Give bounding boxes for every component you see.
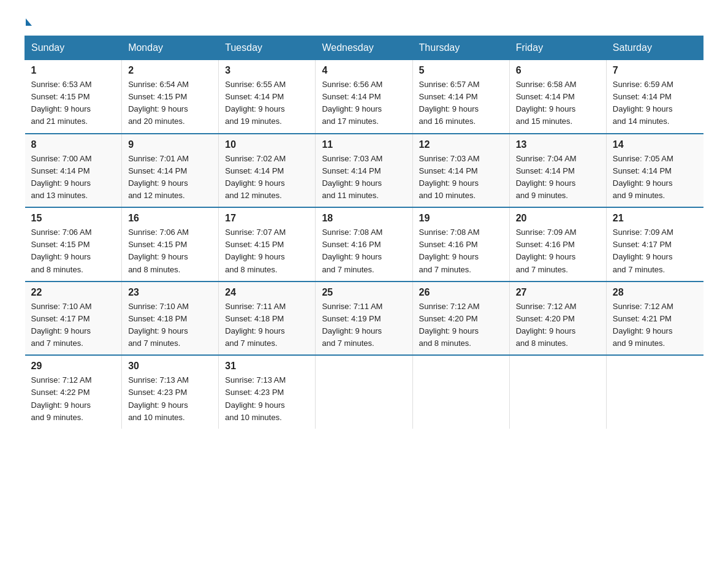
day-info: Sunrise: 7:09 AMSunset: 4:16 PMDaylight:…: [516, 228, 577, 274]
day-number: 1: [31, 65, 116, 76]
calendar-cell: 10 Sunrise: 7:02 AMSunset: 4:14 PMDaylig…: [219, 134, 316, 208]
day-number: 10: [225, 139, 309, 150]
day-number: 25: [322, 287, 406, 298]
day-number: 20: [516, 213, 600, 224]
calendar-table: SundayMondayTuesdayWednesdayThursdayFrid…: [25, 36, 703, 429]
day-number: 28: [613, 287, 697, 298]
calendar-cell: 13 Sunrise: 7:04 AMSunset: 4:14 PMDaylig…: [509, 134, 606, 208]
calendar-cell: 16 Sunrise: 7:06 AMSunset: 4:15 PMDaylig…: [122, 207, 219, 282]
day-info: Sunrise: 6:55 AMSunset: 4:14 PMDaylight:…: [225, 80, 286, 126]
calendar-cell: 6 Sunrise: 6:58 AMSunset: 4:14 PMDayligh…: [509, 60, 606, 134]
day-info: Sunrise: 6:54 AMSunset: 4:15 PMDaylight:…: [128, 80, 189, 126]
day-info: Sunrise: 7:06 AMSunset: 4:15 PMDaylight:…: [31, 228, 92, 274]
week-row-4: 22 Sunrise: 7:10 AMSunset: 4:17 PMDaylig…: [25, 282, 703, 356]
day-info: Sunrise: 7:10 AMSunset: 4:18 PMDaylight:…: [128, 302, 189, 348]
calendar-cell: 28 Sunrise: 7:12 AMSunset: 4:21 PMDaylig…: [606, 282, 703, 356]
day-info: Sunrise: 7:13 AMSunset: 4:23 PMDaylight:…: [128, 375, 189, 421]
day-number: 4: [322, 65, 406, 76]
day-info: Sunrise: 7:12 AMSunset: 4:20 PMDaylight:…: [419, 302, 480, 348]
day-number: 21: [613, 213, 697, 224]
calendar-cell: 20 Sunrise: 7:09 AMSunset: 4:16 PMDaylig…: [509, 207, 606, 282]
calendar-cell: 30 Sunrise: 7:13 AMSunset: 4:23 PMDaylig…: [122, 355, 219, 429]
header-wednesday: Wednesday: [316, 36, 412, 60]
logo-arrow-icon: [26, 18, 32, 26]
week-row-5: 29 Sunrise: 7:12 AMSunset: 4:22 PMDaylig…: [25, 355, 703, 429]
day-info: Sunrise: 7:02 AMSunset: 4:14 PMDaylight:…: [225, 154, 286, 200]
calendar-cell: [606, 355, 703, 429]
day-number: 27: [516, 287, 600, 298]
day-info: Sunrise: 6:56 AMSunset: 4:14 PMDaylight:…: [322, 80, 382, 126]
day-info: Sunrise: 7:10 AMSunset: 4:17 PMDaylight:…: [31, 302, 92, 348]
day-number: 22: [31, 287, 116, 298]
week-row-1: 1 Sunrise: 6:53 AMSunset: 4:15 PMDayligh…: [25, 60, 703, 134]
calendar-cell: 14 Sunrise: 7:05 AMSunset: 4:14 PMDaylig…: [606, 134, 703, 208]
day-number: 24: [225, 287, 309, 298]
day-info: Sunrise: 7:12 AMSunset: 4:21 PMDaylight:…: [613, 302, 673, 348]
day-info: Sunrise: 7:12 AMSunset: 4:20 PMDaylight:…: [516, 302, 577, 348]
calendar-cell: 11 Sunrise: 7:03 AMSunset: 4:14 PMDaylig…: [316, 134, 412, 208]
day-info: Sunrise: 7:03 AMSunset: 4:14 PMDaylight:…: [322, 154, 382, 200]
day-info: Sunrise: 7:08 AMSunset: 4:16 PMDaylight:…: [322, 228, 382, 274]
calendar-cell: 27 Sunrise: 7:12 AMSunset: 4:20 PMDaylig…: [509, 282, 606, 356]
calendar-cell: 18 Sunrise: 7:08 AMSunset: 4:16 PMDaylig…: [316, 207, 412, 282]
day-number: 5: [419, 65, 503, 76]
day-number: 3: [225, 65, 309, 76]
calendar-cell: 21 Sunrise: 7:09 AMSunset: 4:17 PMDaylig…: [606, 207, 703, 282]
calendar-cell: 25 Sunrise: 7:11 AMSunset: 4:19 PMDaylig…: [316, 282, 412, 356]
day-number: 6: [516, 65, 600, 76]
calendar-cell: [316, 355, 412, 429]
calendar-cell: 15 Sunrise: 7:06 AMSunset: 4:15 PMDaylig…: [25, 207, 122, 282]
day-info: Sunrise: 7:11 AMSunset: 4:19 PMDaylight:…: [322, 302, 382, 348]
day-info: Sunrise: 6:59 AMSunset: 4:14 PMDaylight:…: [613, 80, 673, 126]
day-number: 19: [419, 213, 503, 224]
calendar-cell: 3 Sunrise: 6:55 AMSunset: 4:14 PMDayligh…: [219, 60, 316, 134]
day-info: Sunrise: 7:11 AMSunset: 4:18 PMDaylight:…: [225, 302, 286, 348]
calendar-cell: 7 Sunrise: 6:59 AMSunset: 4:14 PMDayligh…: [606, 60, 703, 134]
day-number: 9: [128, 139, 212, 150]
day-number: 11: [322, 139, 406, 150]
day-number: 18: [322, 213, 406, 224]
day-info: Sunrise: 6:53 AMSunset: 4:15 PMDaylight:…: [31, 80, 92, 126]
day-info: Sunrise: 7:12 AMSunset: 4:22 PMDaylight:…: [31, 375, 92, 421]
day-number: 30: [128, 361, 212, 372]
calendar-cell: 4 Sunrise: 6:56 AMSunset: 4:14 PMDayligh…: [316, 60, 412, 134]
day-number: 2: [128, 65, 212, 76]
calendar-cell: 22 Sunrise: 7:10 AMSunset: 4:17 PMDaylig…: [25, 282, 122, 356]
day-number: 23: [128, 287, 212, 298]
day-number: 16: [128, 213, 212, 224]
page-header: [25, 18, 703, 23]
calendar-cell: 23 Sunrise: 7:10 AMSunset: 4:18 PMDaylig…: [122, 282, 219, 356]
calendar-cell: 1 Sunrise: 6:53 AMSunset: 4:15 PMDayligh…: [25, 60, 122, 134]
calendar-cell: 17 Sunrise: 7:07 AMSunset: 4:15 PMDaylig…: [219, 207, 316, 282]
calendar-cell: 5 Sunrise: 6:57 AMSunset: 4:14 PMDayligh…: [412, 60, 509, 134]
calendar-cell: 31 Sunrise: 7:13 AMSunset: 4:23 PMDaylig…: [219, 355, 316, 429]
day-number: 29: [31, 361, 116, 372]
day-number: 13: [516, 139, 600, 150]
header-monday: Monday: [122, 36, 219, 60]
day-info: Sunrise: 7:03 AMSunset: 4:14 PMDaylight:…: [419, 154, 480, 200]
day-info: Sunrise: 6:57 AMSunset: 4:14 PMDaylight:…: [419, 80, 480, 126]
day-number: 31: [225, 361, 309, 372]
header-tuesday: Tuesday: [219, 36, 316, 60]
logo: [25, 18, 33, 23]
header-friday: Friday: [509, 36, 606, 60]
day-info: Sunrise: 7:07 AMSunset: 4:15 PMDaylight:…: [225, 228, 286, 274]
day-number: 15: [31, 213, 116, 224]
calendar-cell: 9 Sunrise: 7:01 AMSunset: 4:14 PMDayligh…: [122, 134, 219, 208]
calendar-cell: 26 Sunrise: 7:12 AMSunset: 4:20 PMDaylig…: [412, 282, 509, 356]
week-row-2: 8 Sunrise: 7:00 AMSunset: 4:14 PMDayligh…: [25, 134, 703, 208]
day-number: 8: [31, 139, 116, 150]
day-info: Sunrise: 7:06 AMSunset: 4:15 PMDaylight:…: [128, 228, 189, 274]
calendar-header-row: SundayMondayTuesdayWednesdayThursdayFrid…: [25, 36, 703, 60]
calendar-cell: [509, 355, 606, 429]
calendar-cell: 12 Sunrise: 7:03 AMSunset: 4:14 PMDaylig…: [412, 134, 509, 208]
calendar-cell: 2 Sunrise: 6:54 AMSunset: 4:15 PMDayligh…: [122, 60, 219, 134]
header-saturday: Saturday: [606, 36, 703, 60]
day-info: Sunrise: 6:58 AMSunset: 4:14 PMDaylight:…: [516, 80, 577, 126]
day-info: Sunrise: 7:13 AMSunset: 4:23 PMDaylight:…: [225, 375, 286, 421]
header-sunday: Sunday: [25, 36, 122, 60]
header-thursday: Thursday: [412, 36, 509, 60]
day-info: Sunrise: 7:00 AMSunset: 4:14 PMDaylight:…: [31, 154, 92, 200]
calendar-cell: 24 Sunrise: 7:11 AMSunset: 4:18 PMDaylig…: [219, 282, 316, 356]
day-info: Sunrise: 7:08 AMSunset: 4:16 PMDaylight:…: [419, 228, 480, 274]
